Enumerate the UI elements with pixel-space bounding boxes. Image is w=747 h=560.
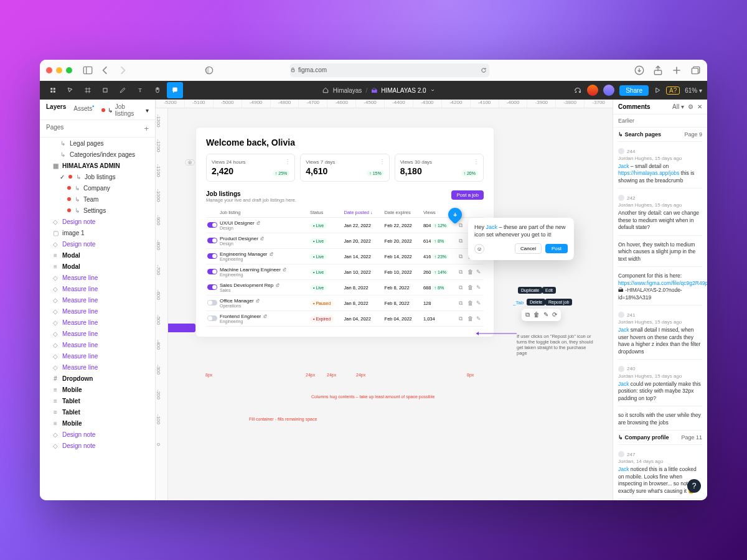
table-row[interactable]: Sales Development Rep Sales• LiveJan 8, … (206, 280, 484, 296)
tab-assets[interactable]: Assets• (73, 103, 94, 117)
copy-icon[interactable]: ⧉ (459, 238, 465, 245)
edit-icon[interactable]: ✎ (476, 315, 482, 322)
headphones-icon[interactable] (573, 86, 582, 95)
table-row[interactable]: Product Designer Design• LiveJan 20, 202… (206, 233, 484, 249)
minimize-icon[interactable] (56, 67, 62, 73)
row-action-toolbar[interactable]: ⧉ 🗑 ✎ ⟳ (522, 309, 561, 321)
copy-icon[interactable]: ⧉ (525, 311, 530, 319)
comment-item[interactable]: 1 reply (618, 499, 702, 500)
comment-item[interactable]: so it scrolls with the user while they a… (618, 406, 702, 431)
external-link-icon[interactable] (269, 251, 274, 256)
layer-item[interactable]: ≡Tablet (40, 395, 155, 406)
layer-item[interactable]: ↳Legal pages (40, 138, 155, 149)
layer-item[interactable]: ≡Tablet (40, 406, 155, 418)
back-icon[interactable] (100, 65, 111, 76)
visibility-tag[interactable]: ◎ (185, 159, 195, 166)
dashboard-frame[interactable]: Welcome back, Olivia ⋮Views 24 hours2,42… (195, 127, 494, 337)
edit-icon[interactable]: ✎ (476, 300, 482, 307)
layer-item[interactable]: ≡Modal (40, 261, 155, 272)
layer-item[interactable]: ≡Mobile (40, 384, 155, 395)
page-indicator[interactable]: ↳ Job listings ▾ (101, 103, 149, 117)
toggle[interactable] (207, 238, 217, 243)
comment-item[interactable]: 244Jordan Hughes, 15 days agoJack – smal… (618, 142, 702, 189)
stat-card[interactable]: ⋮Views 24 hours2,420↑ 25% (206, 154, 295, 182)
comment-item[interactable]: 242Jordan Hughes, 15 days agoAnother tin… (618, 189, 702, 235)
external-link-icon[interactable] (255, 298, 260, 303)
comment-heading[interactable]: ↳ Company profile (618, 434, 669, 441)
post-job-button[interactable]: Post a job (451, 190, 484, 200)
layer-list[interactable]: ↳Legal pages↳Categories/index pages▦HIMA… (40, 138, 155, 500)
edit-icon[interactable]: ✎ (476, 269, 482, 276)
table-row[interactable]: Office Manager Operations• PausedJan 8, … (206, 296, 484, 311)
trash-icon[interactable]: 🗑 (467, 300, 474, 307)
copy-icon[interactable]: ⧉ (459, 284, 465, 291)
hand-tool-icon[interactable] (149, 82, 166, 98)
layer-item[interactable]: ◇Measure line (40, 339, 155, 350)
avatar[interactable] (603, 85, 614, 96)
settings-icon[interactable]: ⚙ (688, 103, 693, 110)
external-link-icon[interactable] (282, 267, 287, 272)
layer-item[interactable]: ◇Measure line (40, 283, 155, 294)
help-button[interactable]: ? (687, 479, 701, 493)
shield-icon[interactable] (204, 65, 215, 76)
refresh-icon[interactable]: ⟳ (552, 311, 557, 319)
reload-icon[interactable] (481, 67, 487, 73)
layer-item[interactable]: ▦HIMALAYAS ADMIN (40, 160, 155, 171)
trash-icon[interactable]: 🗑 (467, 269, 474, 276)
more-icon[interactable]: ⋮ (284, 158, 291, 165)
layer-item[interactable]: ◇Design note (40, 440, 155, 451)
layer-item[interactable]: ≡Modal (40, 250, 155, 261)
copy-icon[interactable]: ⧉ (459, 222, 465, 229)
emoji-button[interactable]: ☺ (474, 244, 484, 254)
layer-item[interactable]: ✓↳Job listings (40, 171, 155, 182)
comment-heading[interactable]: ↳ Search pages (618, 131, 661, 138)
zoom-level[interactable]: 61% ▾ (685, 87, 702, 94)
sidebar-toggle-icon[interactable] (82, 65, 93, 76)
canvas[interactable]: -5200-5100-5000-4900-4800-4700-4600-4500… (156, 100, 613, 500)
play-icon[interactable] (654, 86, 661, 94)
layer-item[interactable]: ↳Company (40, 182, 155, 194)
layer-item[interactable]: ↳Team (40, 194, 155, 205)
layer-item[interactable]: ↳Categories/index pages (40, 149, 155, 160)
toggle[interactable] (207, 284, 217, 290)
external-link-icon[interactable] (275, 282, 280, 287)
layer-item[interactable]: ◇Measure line (40, 362, 155, 373)
address-bar[interactable]: figma.com (290, 63, 489, 77)
stat-card[interactable]: ⋮Views 7 days4,610↑ 15% (300, 154, 389, 182)
tab-layers[interactable]: Layers (46, 103, 66, 117)
comment-item[interactable]: Component for this is here: https://www.… (618, 267, 702, 306)
mention[interactable]: Jack (486, 224, 498, 230)
forward-icon[interactable] (117, 65, 128, 76)
comment-item[interactable]: On hover, they switch to medium which ca… (618, 236, 702, 267)
layer-item[interactable]: ◇Design note (40, 429, 155, 440)
layer-item[interactable]: ◇Measure line (40, 272, 155, 283)
edit-icon[interactable]: ✎ (543, 311, 548, 319)
share-button[interactable]: Share (619, 85, 649, 96)
trash-icon[interactable]: 🗑 (533, 311, 540, 319)
layer-item[interactable]: #Dropdown (40, 373, 155, 384)
frame-tool-icon[interactable] (80, 82, 96, 98)
external-link-icon[interactable] (263, 314, 268, 319)
layer-item[interactable]: ▢image 1 (40, 227, 155, 238)
toggle[interactable] (207, 315, 217, 321)
window-controls[interactable] (46, 67, 72, 73)
post-button[interactable]: Post (545, 244, 568, 253)
new-tab-icon[interactable] (671, 65, 682, 76)
text-tool-icon[interactable]: T (132, 82, 148, 98)
tabs-icon[interactable] (690, 65, 701, 76)
layer-item[interactable]: ◇Measure line (40, 317, 155, 328)
table-row[interactable]: Frontend Engineer Engineering• ExpiredJa… (206, 311, 484, 327)
layer-item[interactable]: ◇Design note (40, 238, 155, 250)
move-tool-icon[interactable] (62, 82, 78, 98)
table-row[interactable]: Machine Learning Engineer Engineering• L… (206, 264, 484, 280)
toggle[interactable] (207, 269, 217, 274)
download-icon[interactable] (634, 65, 645, 76)
comment-item[interactable]: 241Jordan Hughes, 15 days agoJack small … (618, 306, 702, 360)
comment-item[interactable]: 240Jordan Hughes, 15 days agoJack could … (618, 360, 702, 406)
layer-item[interactable]: ◇Measure line (40, 350, 155, 362)
menu-icon[interactable] (45, 82, 61, 98)
external-link-icon[interactable] (260, 236, 265, 241)
stat-card[interactable]: ⋮Views 30 days8,180↑ 20% (395, 154, 484, 182)
layer-item[interactable]: ◇Measure line (40, 328, 155, 339)
layer-item[interactable]: ◇Measure line (40, 294, 155, 306)
